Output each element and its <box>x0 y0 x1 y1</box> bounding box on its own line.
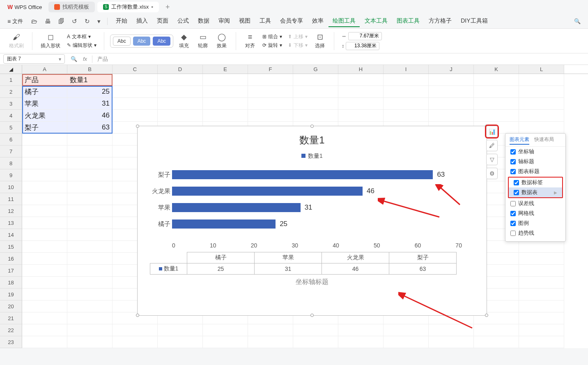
cell[interactable] <box>67 277 113 289</box>
cell[interactable] <box>113 324 158 336</box>
bar[interactable] <box>172 203 301 212</box>
style-preset-2[interactable]: Abc <box>133 37 151 46</box>
resize-handle[interactable] <box>310 125 314 128</box>
tab-workbook[interactable]: S 工作簿数量.xlsx • <box>97 2 159 12</box>
chart[interactable]: 数量1 数量1 梨子63火龙果46苹果31橘子25 01020304050607… <box>137 126 487 316</box>
cell[interactable] <box>293 336 338 348</box>
row-header[interactable]: 10 <box>0 181 22 193</box>
row-header[interactable]: 21 <box>0 312 22 324</box>
row-header[interactable]: 2 <box>0 86 22 98</box>
ce-tab-layouts[interactable]: 快速布局 <box>534 136 554 145</box>
ce-item[interactable]: 轴标题 <box>505 157 565 166</box>
ribbon-tab[interactable]: 会员专享 <box>276 16 307 27</box>
cell[interactable] <box>338 86 384 98</box>
cell[interactable] <box>429 324 474 336</box>
column-header[interactable]: C <box>113 65 158 74</box>
cell[interactable] <box>429 74 474 86</box>
row-header[interactable]: 3 <box>0 98 22 110</box>
cell[interactable]: 苹果 <box>22 98 67 110</box>
bar-row[interactable]: 火龙果46 <box>172 183 462 199</box>
bar-row[interactable]: 梨子63 <box>172 166 462 183</box>
cell[interactable] <box>22 217 67 229</box>
cell[interactable] <box>22 181 67 193</box>
ribbon-tab[interactable]: 绘图工具 <box>328 16 360 27</box>
qat-redo2-icon[interactable]: ↺ <box>69 16 80 27</box>
select-all-corner[interactable]: ◢ <box>0 65 22 74</box>
cell[interactable] <box>519 300 564 312</box>
cell[interactable] <box>293 110 338 122</box>
axis-title[interactable]: 坐标轴标题 <box>138 275 487 290</box>
cell[interactable] <box>22 241 67 253</box>
cell[interactable]: 31 <box>67 98 113 110</box>
row-header[interactable]: 18 <box>0 277 22 289</box>
cell[interactable] <box>22 193 67 205</box>
cell[interactable] <box>113 336 158 348</box>
cell[interactable] <box>203 74 248 86</box>
insert-shape-button[interactable]: ◻插入形状 <box>38 32 63 50</box>
cell[interactable] <box>338 324 384 336</box>
style-preset-3[interactable]: Abc <box>153 37 170 46</box>
cell[interactable]: 数量1 <box>67 74 113 86</box>
chart-elements-button[interactable]: 📊 <box>486 126 498 137</box>
style-preset-1[interactable]: Abc <box>113 37 131 46</box>
cell[interactable] <box>67 312 113 324</box>
cell[interactable] <box>519 312 564 324</box>
ce-item[interactable]: 数据表▶ <box>509 187 562 197</box>
cell[interactable] <box>67 265 113 277</box>
width-input[interactable] <box>348 32 382 40</box>
column-header[interactable]: J <box>429 65 474 74</box>
ce-checkbox[interactable] <box>510 221 516 226</box>
cell[interactable] <box>519 277 564 289</box>
cell[interactable] <box>158 98 203 110</box>
name-box[interactable]: 图表 7▾ <box>3 54 65 64</box>
chart-legend[interactable]: 数量1 <box>138 147 487 162</box>
cell[interactable]: 63 <box>67 122 113 134</box>
cell[interactable] <box>293 98 338 110</box>
column-header[interactable]: B <box>67 65 113 74</box>
bar-row[interactable]: 橘子25 <box>172 216 462 232</box>
ce-checkbox[interactable] <box>514 180 519 185</box>
ce-checkbox[interactable] <box>510 159 516 164</box>
cell[interactable] <box>293 324 338 336</box>
cell[interactable] <box>338 110 384 122</box>
cell[interactable] <box>248 336 293 348</box>
cell[interactable] <box>67 157 113 169</box>
row-header[interactable]: 13 <box>0 217 22 229</box>
cell[interactable] <box>203 86 248 98</box>
cell[interactable] <box>67 205 113 217</box>
cell[interactable] <box>113 98 158 110</box>
cell[interactable] <box>67 181 113 193</box>
tab-add-button[interactable]: + <box>161 3 174 12</box>
cell[interactable] <box>293 74 338 86</box>
cell[interactable] <box>519 241 564 253</box>
cell[interactable] <box>248 110 293 122</box>
resize-handle[interactable] <box>485 314 488 317</box>
ce-checkbox[interactable] <box>510 231 516 236</box>
cell[interactable] <box>22 277 67 289</box>
ribbon-tab[interactable]: 公式 <box>173 16 193 27</box>
chart-settings-button[interactable]: ⚙ <box>486 168 498 179</box>
cell[interactable] <box>384 324 429 336</box>
ce-item[interactable]: 图表标题 <box>505 166 565 176</box>
ce-checkbox[interactable] <box>510 211 516 216</box>
cell[interactable] <box>67 289 113 300</box>
cell[interactable] <box>158 110 203 122</box>
ce-item[interactable]: 误差线 <box>505 199 565 208</box>
cell[interactable] <box>474 98 519 110</box>
cell[interactable] <box>67 300 113 312</box>
ce-checkbox[interactable] <box>510 201 516 206</box>
cell[interactable] <box>22 134 67 146</box>
cell[interactable] <box>22 253 67 265</box>
plot-area[interactable]: 梨子63火龙果46苹果31橘子25 <box>172 166 462 240</box>
cell[interactable] <box>474 336 519 348</box>
ribbon-tab[interactable]: 方方格子 <box>425 16 456 27</box>
ribbon-tab[interactable]: 插入 <box>132 16 152 27</box>
cell[interactable] <box>67 241 113 253</box>
cell[interactable] <box>474 110 519 122</box>
cell[interactable]: 橘子 <box>22 86 67 98</box>
row-header[interactable]: 15 <box>0 241 22 253</box>
cell[interactable] <box>474 86 519 98</box>
qat-dropdown-icon[interactable]: ▾ <box>95 16 103 27</box>
fill-button[interactable]: ◆填充 <box>176 32 192 50</box>
qat-save-icon[interactable]: 🗁 <box>29 16 40 26</box>
